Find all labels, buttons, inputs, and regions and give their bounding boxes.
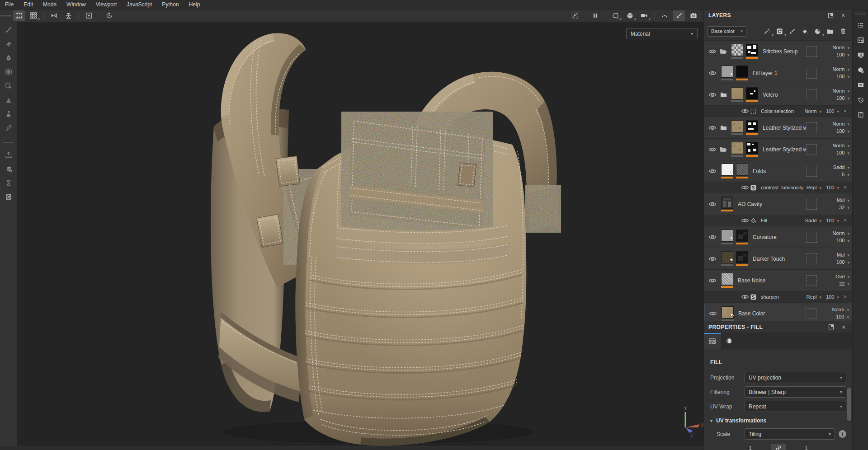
- layer-blend-mode[interactable]: Mul ▾: [821, 197, 849, 204]
- layer-thumbnail[interactable]: [721, 197, 733, 209]
- layer-thumbnail[interactable]: [721, 273, 733, 285]
- effect-opacity[interactable]: 100 ▾: [826, 108, 839, 114]
- dock-texture-set-settings-button[interactable]: [855, 34, 867, 46]
- layer-row[interactable]: Base Noise Ovrl ▾ 22 ▾: [704, 270, 852, 291]
- properties-scrollbar[interactable]: [847, 388, 851, 421]
- dock-log-button[interactable]: [855, 109, 867, 121]
- mask-target-box[interactable]: [806, 232, 817, 243]
- tiling-x-value[interactable]: 1: [730, 445, 771, 450]
- layer-thumbnail[interactable]: [736, 230, 748, 242]
- layer-blend-mode[interactable]: Norm ▾: [821, 230, 849, 237]
- layer-row[interactable]: Velcro Norm ▾ 100 ▾: [704, 84, 852, 106]
- visibility-toggle[interactable]: [707, 201, 718, 207]
- folder-open-icon[interactable]: [718, 48, 728, 55]
- menu-help[interactable]: Help: [184, 0, 205, 9]
- maximize-icon[interactable]: [826, 323, 835, 332]
- layer-row[interactable]: Curvature Norm ▾ 100 ▾: [704, 226, 852, 248]
- add-effect-button[interactable]: ▾: [812, 26, 823, 37]
- mask-target-box[interactable]: [806, 308, 816, 319]
- visibility-toggle[interactable]: [707, 168, 718, 174]
- mask-target-box[interactable]: [806, 166, 817, 177]
- layer-thumbnail[interactable]: [721, 66, 733, 78]
- mask-target-box[interactable]: [806, 68, 817, 79]
- tab-material[interactable]: [721, 333, 737, 349]
- mask-target-box[interactable]: [806, 199, 817, 210]
- layer-thumbnail[interactable]: [721, 251, 733, 263]
- smudge-tool[interactable]: [2, 80, 15, 92]
- add-folder-button[interactable]: [825, 26, 836, 37]
- layer-blend-mode[interactable]: Norm ▾: [821, 66, 849, 73]
- remove-effect-button[interactable]: ×: [844, 184, 847, 191]
- color-picker-tool[interactable]: [2, 122, 15, 134]
- toolbar-drag-handle[interactable]: ▪▪▪▪▪▪: [0, 14, 12, 18]
- paint-tool[interactable]: [2, 23, 15, 36]
- uv-wrap-select[interactable]: Repeat ▾: [745, 401, 846, 412]
- layer-opacity[interactable]: 100 ▾: [821, 237, 849, 244]
- effect-blend-mode[interactable]: Sadd ▾: [805, 218, 821, 223]
- layer-row[interactable]: AO Cavity Mul ▾ 32 ▾: [704, 193, 852, 215]
- polygon-fill-tool[interactable]: [2, 66, 15, 78]
- perspective-view-button[interactable]: ▾: [609, 10, 621, 21]
- layer-thumbnail[interactable]: [731, 142, 743, 154]
- viewport-3d[interactable]: .st{stroke:#e9decb;stroke-width:1.6;fill…: [17, 22, 703, 446]
- remove-effect-button[interactable]: ×: [844, 108, 847, 114]
- layer-opacity[interactable]: 100 ▾: [821, 95, 849, 102]
- layer-blend-mode[interactable]: Sadd ▾: [821, 164, 849, 171]
- layer-thumbnail[interactable]: [721, 230, 733, 242]
- effect-row[interactable]: Fill Sadd ▾ 100 ▾ ×: [704, 215, 852, 226]
- delete-layer-button[interactable]: [837, 26, 849, 37]
- effect-row[interactable]: contrast_luminosity Repl ▾ 100 ▾ ×: [704, 182, 852, 193]
- remove-effect-button[interactable]: ×: [844, 294, 847, 300]
- mask-target-box[interactable]: [806, 275, 817, 286]
- filtering-select[interactable]: Bilinear | Sharp ▾: [745, 386, 846, 398]
- eraser-tool[interactable]: [2, 38, 15, 50]
- tiling-y-value[interactable]: 1: [786, 445, 827, 450]
- layer-thumbnail[interactable]: [736, 251, 748, 263]
- layer-thumbnail[interactable]: [721, 164, 733, 176]
- visibility-toggle[interactable]: [707, 48, 718, 55]
- layer-blend-mode[interactable]: Norm ▾: [821, 88, 849, 95]
- mirror-horizontal-button[interactable]: [48, 10, 60, 21]
- layer-blend-mode[interactable]: Norm ▾: [821, 121, 849, 128]
- effect-row[interactable]: Color selection Norm ▾ 100 ▾ ×: [704, 106, 852, 117]
- visibility-toggle[interactable]: [741, 217, 749, 224]
- visibility-toggle[interactable]: [707, 310, 719, 317]
- menu-edit[interactable]: Edit: [19, 0, 38, 9]
- reset-rotation-button[interactable]: [103, 10, 115, 21]
- layer-thumbnail[interactable]: [746, 44, 758, 56]
- effect-blend-mode[interactable]: Repl ▾: [807, 294, 821, 300]
- clone-stamp-tool[interactable]: [2, 94, 15, 106]
- maximize-icon[interactable]: [826, 11, 835, 20]
- mannequin-tool[interactable]: [2, 108, 15, 120]
- symmetry-off-button[interactable]: [569, 10, 580, 21]
- visibility-toggle[interactable]: [707, 256, 718, 262]
- effect-opacity[interactable]: 100 ▾: [826, 294, 839, 300]
- mirror-vertical-button[interactable]: [62, 10, 74, 21]
- folder-closed-icon[interactable]: [718, 91, 728, 98]
- screenshot-camera-button[interactable]: [688, 10, 699, 21]
- dock-assets-shelf-button[interactable]: [855, 79, 867, 91]
- layer-thumbnail[interactable]: [722, 306, 734, 319]
- menu-mode[interactable]: Mode: [38, 0, 61, 9]
- visibility-toggle[interactable]: [707, 92, 718, 98]
- projection-select[interactable]: UV projection ▾: [745, 372, 846, 383]
- material-solo-view-button[interactable]: ▾: [624, 10, 636, 21]
- layer-row[interactable]: Leather Stylized with F... Norm ▾ 100 ▾: [704, 139, 852, 160]
- layer-blend-mode[interactable]: Mul ▾: [821, 252, 849, 259]
- layer-thumbnail[interactable]: [731, 120, 743, 132]
- visibility-toggle[interactable]: [707, 70, 718, 76]
- layer-thumbnail[interactable]: [746, 120, 758, 132]
- close-icon[interactable]: ×: [839, 323, 848, 332]
- layer-thumbnail[interactable]: [736, 164, 748, 176]
- layer-row[interactable]: Fill layer 1 Norm ▾ 100 ▾: [704, 62, 852, 84]
- uv-transformations-section[interactable]: ▾ UV transformations: [710, 417, 846, 424]
- dock-history-button[interactable]: [855, 94, 867, 106]
- folder-closed-icon[interactable]: [718, 124, 728, 131]
- remove-effect-button[interactable]: ×: [844, 217, 847, 224]
- layer-opacity[interactable]: 100 ▾: [821, 259, 849, 266]
- tile-grid-button[interactable]: ▾: [28, 10, 39, 21]
- effect-blend-mode[interactable]: Repl ▾: [807, 185, 821, 190]
- layer-row[interactable]: Darker Touch Mul ▾ 100 ▾: [704, 248, 852, 270]
- layer-row[interactable]: Leather Stylized with F... Norm ▾ 100 ▾: [704, 117, 852, 139]
- layer-opacity[interactable]: 100 ▾: [821, 128, 849, 135]
